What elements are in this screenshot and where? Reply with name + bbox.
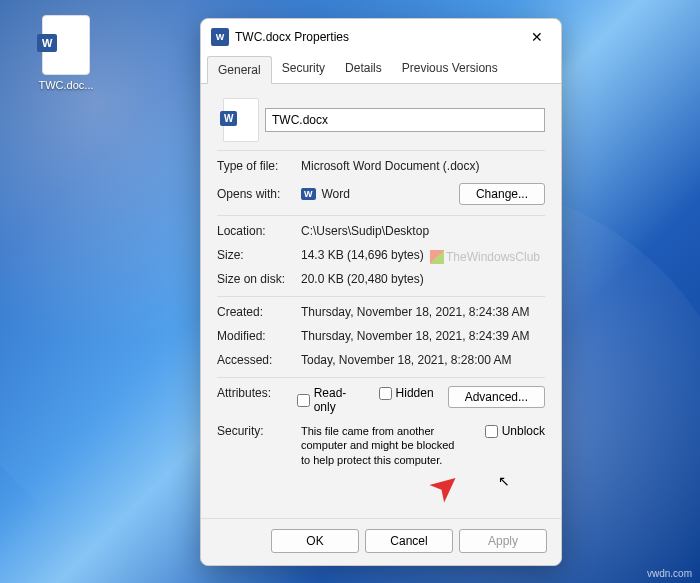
tab-general[interactable]: General xyxy=(207,56,272,84)
apply-button[interactable]: Apply xyxy=(459,529,547,553)
unblock-label: Unblock xyxy=(502,424,545,438)
readonly-checkbox[interactable] xyxy=(297,394,310,407)
size-on-disk-value: 20.0 KB (20,480 bytes) xyxy=(301,272,545,286)
accessed-value: Today, November 18, 2021, 8:28:00 AM xyxy=(301,353,545,367)
filename-input[interactable] xyxy=(265,108,545,132)
cancel-button[interactable]: Cancel xyxy=(365,529,453,553)
unblock-checkbox[interactable] xyxy=(485,425,498,438)
tab-security[interactable]: Security xyxy=(272,55,335,83)
security-text: This file came from another computer and… xyxy=(301,424,461,467)
security-row-label: Security: xyxy=(217,424,301,438)
created-label: Created: xyxy=(217,305,301,319)
type-value: Microsoft Word Document (.docx) xyxy=(301,159,545,173)
attribution: vwdn.com xyxy=(647,568,692,579)
desktop-file-label: TWC.doc... xyxy=(30,79,102,91)
divider xyxy=(217,215,545,216)
properties-dialog: W TWC.docx Properties ✕ General Security… xyxy=(200,18,562,566)
readonly-label: Read-only xyxy=(314,386,365,414)
divider xyxy=(217,150,545,151)
modified-label: Modified: xyxy=(217,329,301,343)
location-value: C:\Users\Sudip\Desktop xyxy=(301,224,545,238)
accessed-label: Accessed: xyxy=(217,353,301,367)
change-button[interactable]: Change... xyxy=(459,183,545,205)
advanced-button[interactable]: Advanced... xyxy=(448,386,545,408)
hidden-checkbox[interactable] xyxy=(379,387,392,400)
size-label: Size: xyxy=(217,248,301,262)
desktop-file-icon[interactable]: W TWC.doc... xyxy=(30,15,102,91)
dialog-title: TWC.docx Properties xyxy=(235,30,523,44)
word-icon: W xyxy=(211,28,229,46)
ok-button[interactable]: OK xyxy=(271,529,359,553)
hidden-label: Hidden xyxy=(396,386,434,400)
opens-with-label: Opens with: xyxy=(217,187,301,201)
divider xyxy=(217,377,545,378)
tab-strip: General Security Details Previous Versio… xyxy=(201,55,561,83)
titlebar: W TWC.docx Properties ✕ xyxy=(201,19,561,55)
size-on-disk-label: Size on disk: xyxy=(217,272,301,286)
tab-content-general: Type of file: Microsoft Word Document (.… xyxy=(201,83,561,518)
close-button[interactable]: ✕ xyxy=(523,27,551,47)
word-file-icon: W xyxy=(42,15,90,75)
tab-details[interactable]: Details xyxy=(335,55,392,83)
modified-value: Thursday, November 18, 2021, 8:24:39 AM xyxy=(301,329,545,343)
created-value: Thursday, November 18, 2021, 8:24:38 AM xyxy=(301,305,545,319)
type-label: Type of file: xyxy=(217,159,301,173)
divider xyxy=(217,296,545,297)
word-app-icon: W xyxy=(301,188,316,200)
attributes-label: Attributes: xyxy=(217,386,297,400)
dialog-footer: OK Cancel Apply xyxy=(201,518,561,565)
location-label: Location: xyxy=(217,224,301,238)
opens-with-value: Word xyxy=(322,187,350,201)
file-type-icon xyxy=(223,98,259,142)
size-value: 14.3 KB (14,696 bytes) xyxy=(301,248,545,262)
tab-previous-versions[interactable]: Previous Versions xyxy=(392,55,508,83)
